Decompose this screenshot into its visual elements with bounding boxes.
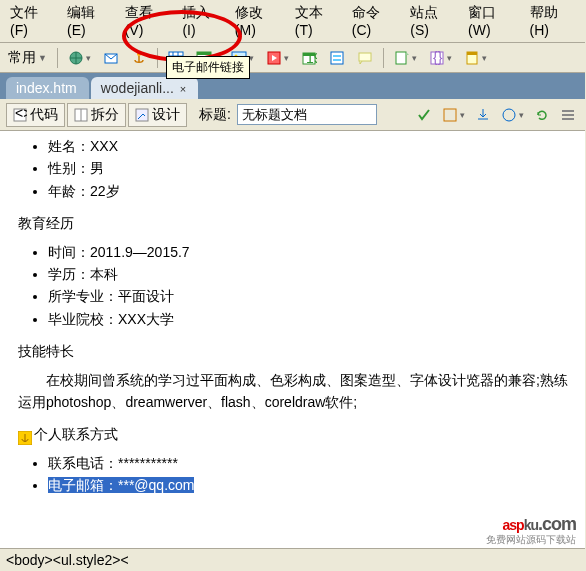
file-mgmt-icon[interactable] [471,105,495,125]
tab-wodejianli[interactable]: wodejianli...× [91,77,199,99]
edu-list: 时间：2011.9—2015.7 学历：本科 所学专业：平面设计 毕业院校：XX… [18,241,568,331]
tab-label: wodejianli... [101,80,174,96]
list-item[interactable]: 学历：本科 [48,263,568,285]
svg-text:{}: {} [433,50,443,65]
menu-help[interactable]: 帮助(H) [524,2,582,40]
menu-view[interactable]: 查看(V) [119,2,177,40]
menu-text[interactable]: 文本(T) [289,2,346,40]
tag-selector[interactable]: <body><ul.style2>< [0,548,585,571]
design-view[interactable]: 姓名：XXX 性别：男 年龄：22岁 教育经历 时间：2011.9—2015.7… [0,131,586,571]
info-list: 姓名：XXX 性别：男 年龄：22岁 [18,135,568,202]
svg-rect-27 [562,110,574,112]
svg-rect-16 [396,52,406,64]
code-view-button[interactable]: <>代码 [6,103,65,127]
hyperlink-icon[interactable]: ▾ [64,48,95,68]
email-link-icon[interactable] [99,48,123,68]
menu-command[interactable]: 命令(C) [346,2,404,40]
list-item[interactable]: 电子邮箱：***@qq.com [48,474,568,496]
separator [383,48,384,68]
toolbar-category[interactable]: 常用 ▼ [4,47,51,69]
list-item[interactable]: 所学专业：平面设计 [48,285,568,307]
svg-text:<>: <> [15,108,27,121]
svg-rect-14 [333,59,341,61]
svg-rect-13 [333,55,341,57]
svg-point-26 [503,109,515,121]
skills-paragraph[interactable]: 在校期间曾系统的学习过平面构成、色彩构成、图案造型、字体设计览器的兼容;熟练运用… [18,369,568,414]
menu-file[interactable]: 文件(F) [4,2,61,40]
contact-list: 联系电话：*********** 电子邮箱：***@qq.com [18,452,568,497]
svg-rect-29 [562,118,574,120]
watermark: aspku.com 免费网站源码下载站 [486,501,576,545]
list-item[interactable]: 性别：男 [48,157,568,179]
list-item[interactable]: 年龄：22岁 [48,180,568,202]
comment-icon[interactable] [353,48,377,68]
svg-rect-20 [467,52,477,55]
design-view-button[interactable]: 设计 [128,103,187,127]
menu-modify[interactable]: 修改(M) [229,2,289,40]
menu-insert[interactable]: 插入(I) [176,2,228,40]
title-input[interactable] [237,104,377,125]
tag-path[interactable]: <body><ul.style2>< [6,552,129,568]
selected-text[interactable]: 电子邮箱：***@qq.com [48,477,194,493]
list-item[interactable]: 毕业院校：XXX大学 [48,308,568,330]
validate-icon[interactable]: ▾ [438,105,469,125]
section-education[interactable]: 教育经历 [18,212,568,234]
svg-rect-12 [331,52,343,64]
date-icon[interactable]: 19 [297,48,321,68]
list-item[interactable]: 时间：2011.9—2015.7 [48,241,568,263]
menu-bar: 文件(F) 编辑(E) 查看(V) 插入(I) 修改(M) 文本(T) 命令(C… [0,0,586,43]
svg-rect-5 [197,52,211,55]
anchor-icon [18,429,32,443]
separator [57,48,58,68]
svg-rect-15 [359,53,371,61]
menu-site[interactable]: 站点(S) [404,2,462,40]
dropdown-icon: ▼ [38,53,47,63]
separator [157,48,158,68]
section-contact[interactable]: 个人联系方式 [18,423,568,445]
menu-window[interactable]: 窗口(W) [462,2,524,40]
list-item[interactable]: 姓名：XXX [48,135,568,157]
script-icon[interactable]: {}▾ [425,48,456,68]
title-label: 标题: [199,106,231,124]
svg-text:19: 19 [306,50,317,66]
server-include-icon[interactable] [325,48,349,68]
svg-point-2 [137,52,141,56]
media-icon[interactable]: ▾ [262,48,293,68]
menu-edit[interactable]: 编辑(E) [61,2,119,40]
head-icon[interactable]: ▾ [390,48,421,68]
tooltip-email-link: 电子邮件链接 [166,56,250,79]
svg-rect-25 [444,109,456,121]
preview-icon[interactable]: ▾ [497,105,528,125]
split-view-button[interactable]: 拆分 [67,103,126,127]
document-tabs: index.htm wodejianli...× [0,73,586,99]
close-icon[interactable]: × [180,83,186,95]
list-item[interactable]: 联系电话：*********** [48,452,568,474]
tab-index[interactable]: index.htm [6,77,89,99]
tab-label: index.htm [16,80,77,96]
insert-toolbar: 常用 ▼ ▾ ▾ ▾ ▾ 19 ▾ {}▾ ▾ [0,43,586,73]
section-skills[interactable]: 技能特长 [18,340,568,362]
view-options-icon[interactable] [556,105,580,125]
named-anchor-icon[interactable] [127,48,151,68]
templates-icon[interactable]: ▾ [460,48,491,68]
refresh-icon[interactable] [530,105,554,125]
toolbar-category-label: 常用 [8,49,36,67]
no-browser-check-icon[interactable] [412,105,436,125]
document-toolbar: <>代码 拆分 设计 标题: ▾ ▾ [0,99,586,131]
svg-rect-28 [562,114,574,116]
